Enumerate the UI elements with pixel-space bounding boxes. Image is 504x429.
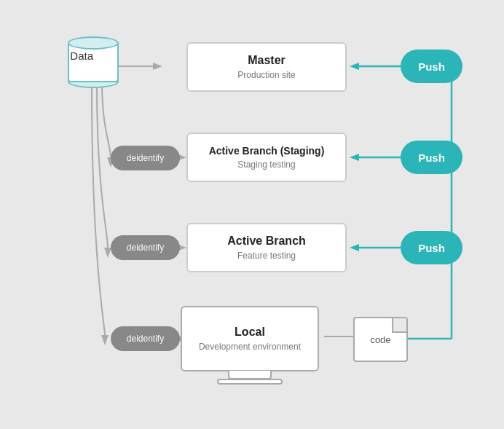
code-label: code [370,334,390,345]
svg-marker-6 [350,244,359,251]
diagram: Data Master Production site Push deident… [0,0,504,429]
deidentify-local-pill: deidentify [111,326,180,351]
svg-marker-2 [350,63,359,70]
master-subtitle: Production site [237,70,295,80]
svg-marker-12 [101,335,109,345]
staging-subtitle: Staging testing [237,160,295,170]
code-box: code [353,317,408,362]
local-screen: Local Development environment [181,306,319,371]
push-staging-button[interactable]: Push [401,141,462,174]
master-box: Master Production site [186,42,347,92]
local-title: Local [235,326,265,339]
cylinder-top [68,36,119,50]
feature-title: Active Branch [227,235,306,248]
feature-subtitle: Feature testing [237,251,296,261]
push-feature-button[interactable]: Push [401,231,462,264]
feature-box: Active Branch Feature testing [186,223,347,272]
svg-marker-9 [153,63,162,70]
computer-base [217,379,283,385]
deidentify-feature-pill: deidentify [111,235,180,260]
staging-box: Active Branch (Staging) Staging testing [186,133,347,182]
data-label: Data [70,50,93,62]
staging-title: Active Branch (Staging) [209,145,325,157]
local-computer: Local Development environment [177,306,323,393]
push-master-button[interactable]: Push [401,50,462,83]
data-cylinder: Data [64,36,122,88]
deidentify-staging-pill: deidentify [111,146,180,170]
local-subtitle: Development environment [199,342,301,352]
master-title: Master [248,54,286,67]
svg-marker-4 [350,154,359,161]
